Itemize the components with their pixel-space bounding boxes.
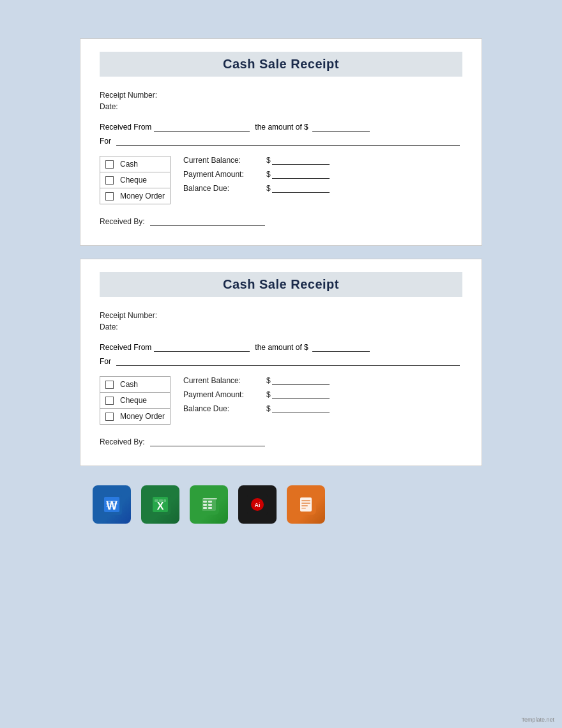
svg-rect-27 <box>301 503 310 504</box>
cheque-label-2: Cheque <box>120 396 165 405</box>
checkbox-table-1: Cash Cheque Money Order <box>100 156 171 204</box>
checkbox-cheque-2[interactable] <box>105 397 114 405</box>
received-from-field-2[interactable] <box>154 343 250 352</box>
received-from-field-1[interactable] <box>154 123 250 132</box>
receipt-meta-2: Receipt Number: Date: <box>100 311 462 331</box>
svg-rect-4 <box>106 503 118 504</box>
svg-rect-16 <box>203 504 207 506</box>
received-from-row-2: Received From the amount of $ <box>100 343 462 352</box>
current-balance-field-2[interactable] <box>272 376 330 385</box>
for-label-1: For <box>100 137 111 146</box>
receipt-title-1: Cash Sale Receipt <box>100 57 462 72</box>
checkbox-cash-1[interactable] <box>105 160 114 169</box>
for-field-1[interactable] <box>116 137 460 146</box>
balance-due-field-1[interactable] <box>272 184 330 193</box>
svg-rect-18 <box>203 507 207 509</box>
received-by-label-2: Received By: <box>100 437 145 446</box>
svg-text:X: X <box>157 501 164 512</box>
checkbox-cash-2[interactable] <box>105 381 114 389</box>
payment-amount-field-2[interactable] <box>272 390 330 399</box>
checkbox-row-cash-1: Cash <box>100 156 170 172</box>
payment-amount-label-1: Payment Amount: <box>183 170 266 179</box>
receipt-title-bar-2: Cash Sale Receipt <box>100 272 462 297</box>
received-by-row-2: Received By: <box>100 437 462 446</box>
current-balance-row-1: Current Balance: $ <box>183 156 462 165</box>
balance-section-1: Current Balance: $ Payment Amount: $ Bal… <box>183 156 462 204</box>
received-by-row-1: Received By: <box>100 217 462 226</box>
format-icons-row: W X <box>80 485 482 524</box>
numbers-icon[interactable] <box>190 485 228 524</box>
money-order-label-2: Money Order <box>120 412 165 421</box>
current-balance-field-1[interactable] <box>272 156 330 165</box>
svg-rect-5 <box>106 506 114 507</box>
dollar-sign-cb-1: $ <box>266 156 271 165</box>
payment-amount-field-1[interactable] <box>272 170 330 179</box>
receipt-title-bar-1: Cash Sale Receipt <box>100 52 462 77</box>
dollar-sign-bd-2: $ <box>266 404 271 413</box>
dollar-sign-pa-2: $ <box>266 390 271 399</box>
svg-rect-26 <box>301 500 310 501</box>
dollar-sign-pa-1: $ <box>266 170 271 179</box>
svg-rect-20 <box>203 498 217 499</box>
checkbox-row-money-1: Money Order <box>100 188 170 204</box>
watermark: Template.net <box>521 717 554 723</box>
svg-text:Ai: Ai <box>255 502 261 508</box>
checkbox-table-2: Cash Cheque Money Order <box>100 376 171 425</box>
for-field-2[interactable] <box>116 357 460 366</box>
amount-field-2[interactable] <box>312 343 370 352</box>
for-label-2: For <box>100 357 111 366</box>
checkbox-row-cheque-1: Cheque <box>100 172 170 188</box>
received-by-label-1: Received By: <box>100 217 145 226</box>
bottom-section-2: Cash Cheque Money Order Current Balance:… <box>100 376 462 425</box>
balance-due-row-1: Balance Due: $ <box>183 184 462 193</box>
svg-rect-29 <box>301 508 306 509</box>
checkbox-money-1[interactable] <box>105 192 114 201</box>
svg-rect-17 <box>208 504 212 506</box>
svg-rect-28 <box>301 505 308 506</box>
amount-field-1[interactable] <box>312 123 370 132</box>
svg-rect-9 <box>155 499 158 502</box>
svg-rect-14 <box>203 501 207 503</box>
cash-label-1: Cash <box>120 160 165 169</box>
dollar-sign-cb-2: $ <box>266 376 271 385</box>
word-icon[interactable]: W <box>93 485 131 524</box>
page-wrapper: Cash Sale Receipt Receipt Number: Date: … <box>80 38 482 530</box>
checkbox-money-2[interactable] <box>105 413 114 421</box>
svg-rect-15 <box>208 501 212 503</box>
current-balance-row-2: Current Balance: $ <box>183 376 462 385</box>
svg-rect-10 <box>159 499 163 502</box>
amount-label-2: the amount of $ <box>255 343 308 352</box>
checkbox-row-money-2: Money Order <box>100 409 170 424</box>
cash-label-2: Cash <box>120 380 165 389</box>
bottom-section-1: Cash Cheque Money Order Current Balance:… <box>100 156 462 204</box>
balance-due-field-2[interactable] <box>272 404 330 413</box>
pages-icon[interactable] <box>287 485 325 524</box>
money-order-label-1: Money Order <box>120 192 165 201</box>
payment-amount-row-2: Payment Amount: $ <box>183 390 462 399</box>
checkbox-row-cheque-2: Cheque <box>100 393 170 409</box>
for-row-1: For <box>100 137 462 146</box>
balance-due-label-1: Balance Due: <box>183 184 266 193</box>
for-row-2: For <box>100 357 462 366</box>
cheque-label-1: Cheque <box>120 176 165 185</box>
received-by-field-2[interactable] <box>150 437 265 446</box>
received-by-field-1[interactable] <box>150 217 265 226</box>
date-label-2: Date: <box>100 322 462 331</box>
svg-rect-19 <box>208 507 212 509</box>
receipt-number-label-1: Receipt Number: <box>100 91 462 100</box>
balance-section-2: Current Balance: $ Payment Amount: $ Bal… <box>183 376 462 425</box>
current-balance-label-2: Current Balance: <box>183 376 266 385</box>
excel-icon[interactable]: X <box>141 485 179 524</box>
checkbox-row-cash-2: Cash <box>100 377 170 393</box>
svg-rect-11 <box>163 499 166 502</box>
receipt-title-2: Cash Sale Receipt <box>100 277 462 292</box>
receipt-card-1: Cash Sale Receipt Receipt Number: Date: … <box>80 38 482 246</box>
balance-due-row-2: Balance Due: $ <box>183 404 462 413</box>
pdf-icon[interactable]: Ai <box>238 485 277 524</box>
current-balance-label-1: Current Balance: <box>183 156 266 165</box>
checkbox-cheque-1[interactable] <box>105 176 114 185</box>
payment-amount-label-2: Payment Amount: <box>183 390 266 399</box>
svg-rect-25 <box>300 497 312 512</box>
amount-label-1: the amount of $ <box>255 123 308 132</box>
receipt-number-label-2: Receipt Number: <box>100 311 462 320</box>
